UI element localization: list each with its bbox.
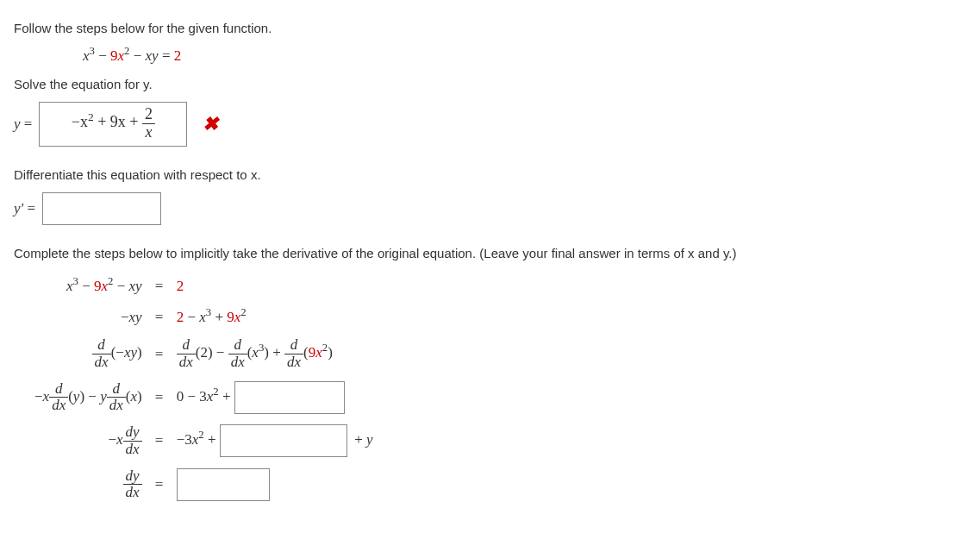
step-row-5: −xdydx = −3x2 + + y xyxy=(31,419,377,462)
yprime-label: y' = xyxy=(14,198,35,219)
step-row-6: dydx = xyxy=(31,463,377,506)
step-row-4: −xddx(y) − yddx(x) = 0 − 3x2 + xyxy=(31,376,377,419)
implicit-prompt: Complete the steps below to implicitly t… xyxy=(14,244,966,262)
step-row-1: x3 − 9x2 − xy = 2 xyxy=(31,271,377,302)
y-label: y = xyxy=(14,114,32,135)
y-answer-input[interactable]: −x2 + 9x + 2x xyxy=(39,102,187,147)
y-equals-row: y = −x2 + 9x + 2x ✖ xyxy=(14,102,966,147)
differentiate-prompt: Differentiate this equation with respect… xyxy=(14,166,966,184)
incorrect-icon: ✖ xyxy=(203,115,218,134)
steps-table: x3 − 9x2 − xy = 2 −xy = 2 − x3 + 9x2 ddx… xyxy=(31,271,377,506)
step6-blank-input[interactable] xyxy=(177,468,270,501)
step-row-3: ddx(−xy) = ddx(2) − ddx(x3) + ddx(9x2) xyxy=(31,332,377,375)
step4-blank-input[interactable] xyxy=(234,381,345,414)
step-row-2: −xy = 2 − x3 + 9x2 xyxy=(31,302,377,333)
solve-prompt: Solve the equation for y. xyxy=(14,75,966,93)
instruction-text: Follow the steps below for the given fun… xyxy=(14,19,966,37)
step5-blank-input[interactable] xyxy=(220,424,347,457)
given-equation: x3 − 9x2 − xy = 2 xyxy=(83,46,966,66)
yprime-input[interactable] xyxy=(42,192,161,225)
yprime-row: y' = xyxy=(14,192,966,225)
